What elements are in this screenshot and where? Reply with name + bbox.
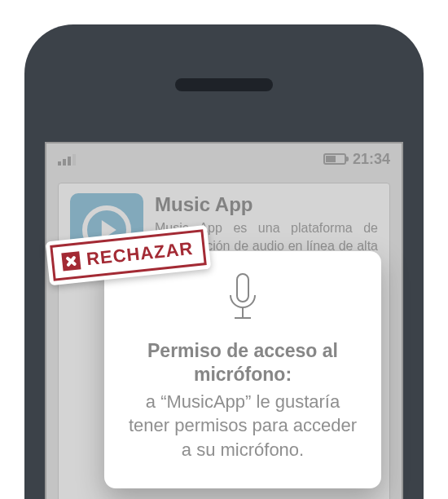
signal-strength-icon (58, 152, 76, 166)
permission-dialog-body: a “MusicApp” le gustaría tener permisos … (127, 390, 358, 462)
clock: 21:34 (353, 151, 390, 168)
x-icon (61, 251, 81, 271)
microphone-icon (127, 271, 358, 331)
battery-icon (323, 153, 346, 165)
battery-fill (326, 156, 336, 162)
svg-rect-0 (237, 274, 248, 302)
reject-label: RECHAZAR (86, 238, 194, 271)
permission-dialog: Permiso de acceso al micrófono: a “Music… (104, 251, 381, 488)
permission-dialog-title: Permiso de acceso al micrófono: (127, 339, 358, 386)
status-right: 21:34 (323, 151, 390, 168)
app-title: Music App (155, 193, 378, 216)
phone-speaker (175, 78, 273, 91)
status-bar: 21:34 (46, 144, 402, 174)
